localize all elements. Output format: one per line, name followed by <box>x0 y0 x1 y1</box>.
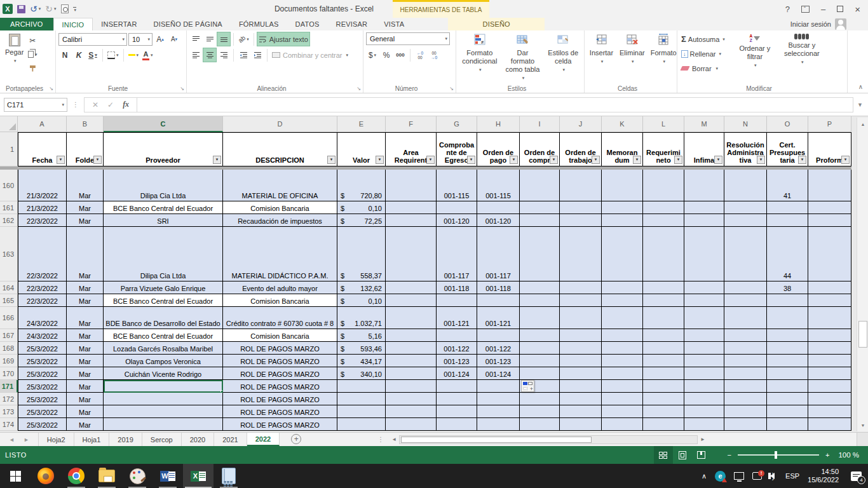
grow-font-button[interactable]: A▴ <box>154 32 166 46</box>
cell-K164[interactable] <box>602 281 643 294</box>
cell-C174[interactable] <box>104 418 223 431</box>
cell-M164[interactable] <box>684 281 724 294</box>
cell-K167[interactable] <box>602 329 643 342</box>
cell-N173[interactable] <box>724 405 767 418</box>
filter-button-E[interactable]: ▼ <box>376 156 384 164</box>
sheet-tab-Hoja1[interactable]: Hoja1 <box>74 433 110 446</box>
redo-button[interactable]: ↻ <box>45 4 56 14</box>
collapse-ribbon-button[interactable]: ∧ <box>858 83 863 90</box>
cell-L170[interactable] <box>643 367 684 380</box>
cell-I164[interactable] <box>520 281 560 294</box>
cell-K171[interactable] <box>602 380 643 393</box>
cell-J167[interactable] <box>560 329 602 342</box>
cell-O173[interactable] <box>767 405 808 418</box>
page-layout-view-button[interactable] <box>673 446 692 464</box>
cell-J174[interactable] <box>560 418 602 431</box>
table-header-I[interactable]: Orden de compr▼ <box>520 132 560 166</box>
sheet-tab-2022[interactable]: 2022 <box>247 433 280 446</box>
cell-N163[interactable] <box>724 227 767 281</box>
cell-C160[interactable]: Dilipa Cia Ltda <box>104 170 223 201</box>
cell-A163[interactable]: 22/3/2022 <box>18 227 67 281</box>
cell-D164[interactable]: Evento del adulto mayor <box>223 281 337 294</box>
cell-D165[interactable]: Comision Bancaria <box>223 294 337 307</box>
cell-A174[interactable]: 25/3/2022 <box>18 418 67 431</box>
cell-F171[interactable] <box>386 380 437 393</box>
scroll-up-button[interactable]: ▲ <box>858 119 867 129</box>
cell-I166[interactable] <box>520 307 560 329</box>
enter-button[interactable]: ✓ <box>107 100 114 109</box>
cell-F169[interactable] <box>386 355 437 367</box>
borders-button[interactable] <box>106 48 120 62</box>
cell-H170[interactable]: 001-124 <box>477 367 520 380</box>
cell-P166[interactable] <box>808 307 851 329</box>
copy-button[interactable] <box>26 48 39 61</box>
row-header-162[interactable]: 162 <box>0 214 18 227</box>
cell-G161[interactable] <box>437 201 477 214</box>
cell-N169[interactable] <box>724 355 767 367</box>
cell-I174[interactable] <box>520 418 560 431</box>
cell-G164[interactable]: 001-118 <box>437 281 477 294</box>
cell-K162[interactable] <box>602 214 643 227</box>
filter-button-F[interactable]: ▼ <box>426 156 435 164</box>
table-header-M[interactable]: Infima▼ <box>684 132 724 166</box>
cell-P163[interactable] <box>808 227 851 281</box>
cell-G174[interactable] <box>437 418 477 431</box>
cell-D169[interactable]: ROL DE PAGOS MARZO <box>223 355 337 367</box>
cell-E166[interactable]: $1.032,71 <box>337 307 386 329</box>
cell-E167[interactable]: $5,16 <box>337 329 386 342</box>
cell-L162[interactable] <box>643 214 684 227</box>
cell-E164[interactable]: $132,62 <box>337 281 386 294</box>
font-color-button[interactable]: A <box>141 48 154 62</box>
cell-A169[interactable]: 25/3/2022 <box>18 355 67 367</box>
cell-N162[interactable] <box>724 214 767 227</box>
italic-button[interactable]: K <box>72 48 85 62</box>
taskbar-firefox[interactable] <box>31 464 61 488</box>
cell-E162[interactable]: $72,25 <box>337 214 386 227</box>
align-right-button[interactable] <box>217 48 230 62</box>
cell-D161[interactable]: Comision Bancaria <box>223 201 337 214</box>
alignment-dialog-launcher[interactable]: ↘ <box>356 86 361 92</box>
tab-archivo[interactable]: ARCHIVO <box>0 18 53 30</box>
cell-P171[interactable] <box>808 380 851 393</box>
cell-I160[interactable] <box>520 170 560 201</box>
zoom-in-button[interactable]: + <box>825 451 829 459</box>
cell-D173[interactable]: ROL DE PAGOS MARZO <box>223 405 337 418</box>
cell-F164[interactable] <box>386 281 437 294</box>
cell-J166[interactable] <box>560 307 602 329</box>
row-header-167[interactable]: 167 <box>0 329 18 342</box>
decrease-indent-button[interactable] <box>237 48 250 62</box>
name-box[interactable]: C171 <box>4 98 67 112</box>
cell-P174[interactable] <box>808 418 851 431</box>
taskbar-chrome[interactable] <box>61 464 92 488</box>
cell-J173[interactable] <box>560 405 602 418</box>
column-header-H[interactable]: H <box>477 116 520 132</box>
sheet-tab-2021[interactable]: 2021 <box>214 433 247 446</box>
fill-color-button[interactable] <box>127 48 140 62</box>
cell-O169[interactable] <box>767 355 808 367</box>
cell-P162[interactable] <box>808 214 851 227</box>
insert-options-button[interactable]: + <box>521 380 534 392</box>
cell-A166[interactable]: 24/3/2022 <box>18 307 67 329</box>
cell-F160[interactable] <box>386 170 437 201</box>
cell-H169[interactable]: 001-123 <box>477 355 520 367</box>
cell-N170[interactable] <box>724 367 767 380</box>
help-button[interactable]: ? <box>785 5 790 13</box>
cell-L169[interactable] <box>643 355 684 367</box>
cell-N165[interactable] <box>724 294 767 307</box>
filter-button-B[interactable]: ▼ <box>93 156 102 164</box>
tab-formulas[interactable]: FÓRMULAS <box>231 18 287 30</box>
zoom-out-button[interactable]: − <box>728 451 731 459</box>
cell-G168[interactable]: 001-122 <box>437 342 477 355</box>
cell-M162[interactable] <box>684 214 724 227</box>
taskbar-calculator[interactable] <box>214 464 244 488</box>
cell-P170[interactable] <box>808 367 851 380</box>
cell-C170[interactable]: Cuichán Vicente Rodrigo <box>104 367 223 380</box>
cell-B164[interactable]: Mar <box>67 281 104 294</box>
align-center-button[interactable] <box>203 48 216 62</box>
filter-button-C[interactable]: ▼ <box>213 156 221 164</box>
filter-button-G[interactable]: ▼ <box>467 156 475 164</box>
sync-alert-icon[interactable] <box>752 472 762 480</box>
scroll-left-button[interactable]: ◄ <box>389 437 399 442</box>
cell-H171[interactable] <box>477 380 520 393</box>
table-header-H[interactable]: Orden de pago▼ <box>477 132 520 166</box>
